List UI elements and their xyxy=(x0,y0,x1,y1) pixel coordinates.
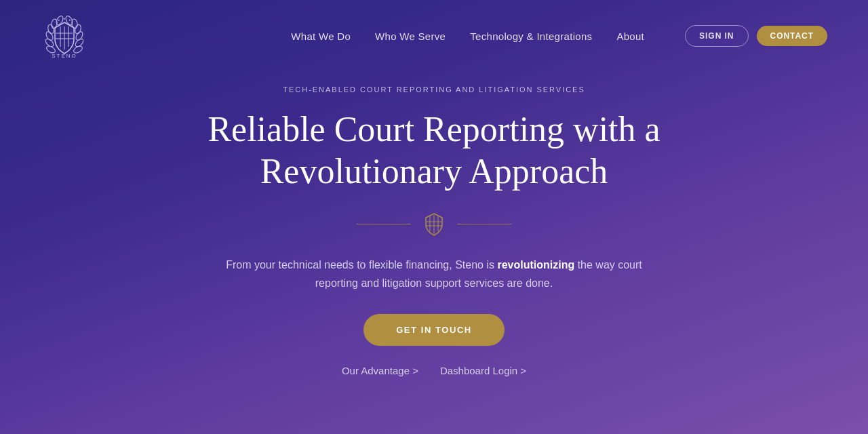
dashboard-login-link[interactable]: Dashboard Login > xyxy=(440,365,526,376)
hero-body-before: From your technical needs to flexible fi… xyxy=(226,259,497,271)
header: ★ ★ ★ STENO What We Do Who We Serve Tech… xyxy=(0,0,868,72)
hero-title: Reliable Court Reporting with a Revoluti… xyxy=(208,108,660,193)
svg-text:★: ★ xyxy=(58,18,60,22)
svg-text:STENO: STENO xyxy=(52,53,77,59)
logo-emblem: ★ ★ ★ STENO xyxy=(41,12,88,60)
shield-icon xyxy=(422,212,446,237)
svg-text:★: ★ xyxy=(68,18,71,22)
hero-title-line1: Reliable Court Reporting with a xyxy=(208,110,660,149)
hero-section: Tech-Enabled Court Reporting and Litigat… xyxy=(0,72,868,376)
logo-area: ★ ★ ★ STENO xyxy=(41,12,88,60)
our-advantage-link[interactable]: Our Advantage > xyxy=(342,365,418,376)
hero-links: Our Advantage > Dashboard Login > xyxy=(342,365,526,376)
nav-item-technology[interactable]: Technology & Integrations xyxy=(470,31,592,42)
header-buttons: SIGN IN CONTACT xyxy=(685,25,827,47)
nav-item-who-we-serve[interactable]: Who We Serve xyxy=(375,31,446,42)
hero-body-bold: revolutionizing xyxy=(497,259,574,271)
hero-subtitle: Tech-Enabled Court Reporting and Litigat… xyxy=(283,85,585,94)
divider-row xyxy=(357,212,511,237)
signin-button[interactable]: SIGN IN xyxy=(685,25,748,47)
divider-left xyxy=(357,224,411,224)
svg-text:★: ★ xyxy=(63,17,66,20)
nav-item-what-we-do[interactable]: What We Do xyxy=(291,31,351,42)
contact-button[interactable]: CONTACT xyxy=(757,26,828,46)
hero-title-line2: Revolutionary Approach xyxy=(260,152,608,191)
hero-body: From your technical needs to flexible fi… xyxy=(210,256,658,292)
nav-item-about[interactable]: About xyxy=(616,31,644,42)
main-nav: What We Do Who We Serve Technology & Int… xyxy=(291,25,827,47)
divider-right xyxy=(457,224,511,224)
get-in-touch-button[interactable]: GET IN TOUCH xyxy=(363,314,505,346)
